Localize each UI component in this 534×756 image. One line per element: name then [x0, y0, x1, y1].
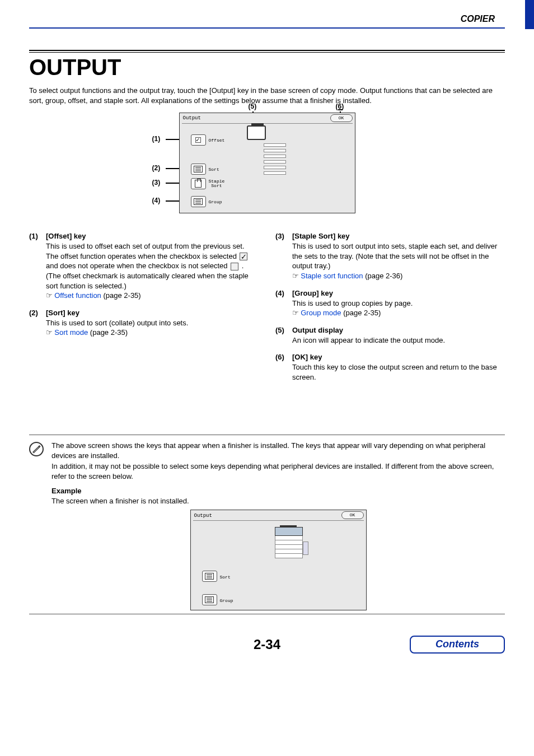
- right-column: (3) [Staple Sort] key This is used to so…: [275, 232, 505, 390]
- group-label: Group: [209, 199, 222, 204]
- panel-title: Output: [183, 115, 201, 121]
- printer-icon: [275, 527, 303, 558]
- staple-sort-link[interactable]: Staple sort function: [301, 272, 363, 280]
- item-num: (6): [275, 353, 292, 382]
- group-icon: [205, 596, 214, 603]
- panel-title: Output: [194, 512, 212, 520]
- offset-function-link[interactable]: Offset function: [54, 291, 101, 300]
- group-button[interactable]: [191, 196, 206, 207]
- sort-icon: [205, 573, 214, 580]
- item-desc: An icon will appear to indicate the outp…: [292, 335, 505, 346]
- item-desc: This is used to sort output into sets, s…: [292, 241, 505, 281]
- note-text: The above screen shows the keys that app…: [51, 441, 505, 613]
- sort-mode-link[interactable]: Sort mode: [54, 328, 88, 337]
- item-desc: Touch this key to close the output scree…: [292, 362, 505, 382]
- item-title: [OK] key: [292, 353, 505, 361]
- staple-label: Staple Sort: [209, 179, 225, 188]
- ok-button[interactable]: OK: [341, 511, 364, 519]
- side-tab: [525, 0, 534, 29]
- group-button[interactable]: [202, 594, 217, 605]
- example-label: Example: [51, 486, 505, 496]
- example-desc: The screen when a finisher is not instal…: [51, 496, 505, 506]
- title-rule: [29, 50, 505, 53]
- item-num: (4): [275, 289, 292, 318]
- group-label: Group: [220, 598, 233, 604]
- staple-sort-button[interactable]: [191, 178, 206, 189]
- item-desc: This is used to sort (collate) output in…: [46, 318, 259, 338]
- pointer-icon: ☞: [292, 272, 301, 280]
- header-rule: [29, 27, 505, 29]
- output-panel: Output OK Offset Sort Staple Sort Group: [179, 113, 355, 213]
- offset-button[interactable]: [191, 134, 206, 146]
- output-diagram: (5) (6) (1) (2) (3) (4) Output OK Offset…: [179, 113, 355, 213]
- item-title: [Staple Sort] key: [292, 232, 505, 240]
- printer-icon: [247, 125, 266, 140]
- sort-label: Sort: [220, 574, 231, 580]
- offset-label: Offset: [209, 138, 225, 143]
- printer-trays: [264, 143, 286, 177]
- checkbox-checked-icon: [240, 253, 247, 260]
- checkbox-unchecked-icon: [231, 263, 238, 270]
- pointer-icon: ☞: [46, 328, 54, 337]
- pointer-icon: ☞: [292, 309, 301, 317]
- callout-2: (2): [152, 164, 161, 172]
- callout-3: (3): [152, 179, 161, 186]
- sort-button[interactable]: [191, 164, 206, 175]
- ok-button[interactable]: OK: [330, 114, 353, 122]
- callout-5: (5): [249, 102, 257, 110]
- intro-text: To select output functions and the outpu…: [29, 86, 505, 106]
- staple-icon: [195, 180, 202, 188]
- page-number: 2-34: [254, 637, 280, 652]
- note-rule-bottom: [29, 614, 505, 614]
- sort-button[interactable]: [202, 571, 217, 582]
- group-icon: [194, 198, 203, 205]
- item-num: (5): [275, 326, 292, 346]
- item-desc: This is used to group copies by page. ☞ …: [292, 298, 505, 318]
- item-num: (1): [29, 232, 46, 300]
- page-title: OUTPUT: [29, 55, 505, 80]
- item-title: [Offset] key: [46, 232, 259, 240]
- group-mode-link[interactable]: Group mode: [301, 309, 341, 317]
- sort-icon: [194, 166, 203, 172]
- item-title: [Sort] key: [46, 309, 259, 317]
- sort-label: Sort: [209, 167, 219, 172]
- item-num: (3): [275, 232, 292, 281]
- left-column: (1) [Offset] key This is used to offset …: [29, 232, 259, 390]
- item-title: [Group] key: [292, 289, 505, 297]
- output-panel-nofinisher: Output OK Sort Group: [190, 510, 367, 610]
- check-icon: [195, 137, 201, 143]
- callout-1: (1): [152, 135, 161, 143]
- item-title: Output display: [292, 326, 505, 334]
- section-header: COPIER: [0, 0, 534, 27]
- item-num: (2): [29, 309, 46, 338]
- contents-button[interactable]: Contents: [410, 636, 505, 654]
- note-icon: [29, 442, 44, 456]
- item-desc: This is used to offset each set of outpu…: [46, 241, 259, 300]
- pointer-icon: ☞: [46, 291, 54, 300]
- callout-4: (4): [152, 197, 161, 204]
